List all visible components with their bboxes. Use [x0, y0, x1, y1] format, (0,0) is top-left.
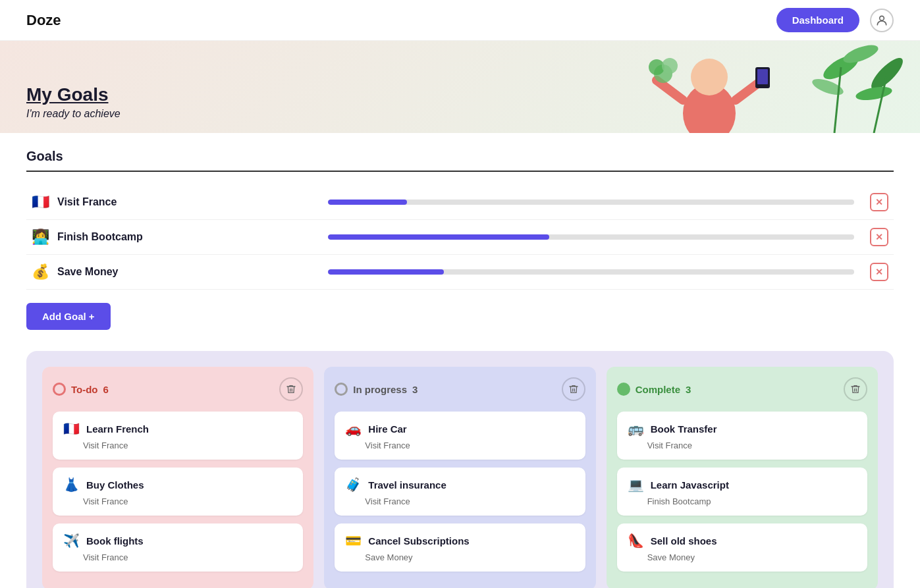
- goals-list: 🇫🇷 Visit France ✕ 👩‍💻 Finish Bootcamp ✕ …: [26, 185, 894, 290]
- task-card[interactable]: 🚌 Book Transfer Visit France: [617, 412, 867, 460]
- goal-name: Finish Bootcamp: [57, 231, 320, 243]
- task-subtitle: Visit France: [365, 496, 574, 506]
- goal-delete-button[interactable]: ✕: [870, 263, 888, 281]
- hero-title: My Goals: [26, 84, 121, 105]
- goal-row: 💰 Save Money ✕: [26, 255, 894, 290]
- app-logo: Doze: [26, 12, 61, 29]
- svg-rect-6: [757, 69, 768, 84]
- hero-svg: [525, 41, 920, 133]
- add-goal-button[interactable]: Add Goal +: [26, 303, 111, 330]
- task-title: Buy Clothes: [86, 479, 144, 491]
- delete-icon: ✕: [870, 193, 888, 211]
- task-card-header: ✈️ Book flights: [63, 533, 292, 548]
- task-icon: 👠: [628, 533, 644, 548]
- task-title: Sell old shoes: [651, 535, 717, 547]
- task-card[interactable]: 🇫🇷 Learn French Visit France: [53, 412, 303, 460]
- col-count: 3: [412, 384, 418, 395]
- main-content: Goals 🇫🇷 Visit France ✕ 👩‍💻 Finish Bootc…: [0, 133, 920, 588]
- task-subtitle: Visit France: [365, 441, 574, 450]
- task-icon: ✈️: [63, 533, 80, 548]
- goals-section: Goals 🇫🇷 Visit France ✕ 👩‍💻 Finish Bootc…: [26, 149, 894, 330]
- task-card[interactable]: 👠 Sell old shoes Save Money: [617, 523, 867, 572]
- task-title: Book flights: [86, 535, 144, 547]
- col-title: To-do: [71, 384, 98, 395]
- goal-row: 👩‍💻 Finish Bootcamp ✕: [26, 220, 894, 255]
- col-trash-button[interactable]: [279, 377, 303, 401]
- col-header: Complete 3: [617, 377, 867, 401]
- hero-illustration: [276, 41, 920, 133]
- task-icon: 👗: [63, 477, 80, 493]
- kanban-columns: To-do 6 🇫🇷 Learn French Visit France 👗: [42, 367, 878, 588]
- navbar: Doze Dashboard: [0, 0, 920, 41]
- goal-progress-bar: [328, 269, 854, 275]
- task-card-header: 💻 Learn Javascript: [628, 477, 857, 493]
- goal-emoji: 🇫🇷: [32, 194, 49, 211]
- status-circle: [617, 383, 630, 396]
- task-card-header: 💳 Cancel Subscriptions: [345, 533, 574, 548]
- col-count: 3: [686, 384, 691, 395]
- task-subtitle: Finish Bootcamp: [647, 496, 857, 506]
- task-title: Learn Javascript: [651, 479, 729, 491]
- col-header-left: To-do 6: [53, 383, 109, 396]
- task-icon: 🧳: [345, 477, 362, 493]
- goal-delete-button[interactable]: ✕: [870, 193, 888, 211]
- goal-progress-bar: [328, 234, 854, 240]
- task-title: Hire Car: [368, 423, 406, 435]
- task-card-header: 🧳 Travel insurance: [345, 477, 574, 493]
- task-card-header: 👗 Buy Clothes: [63, 477, 292, 493]
- goal-row: 🇫🇷 Visit France ✕: [26, 185, 894, 220]
- task-icon: 🚗: [345, 421, 362, 437]
- task-icon: 💳: [345, 533, 362, 548]
- col-trash-button[interactable]: [562, 377, 585, 401]
- task-card[interactable]: 🧳 Travel insurance Visit France: [335, 468, 585, 516]
- task-card-header: 🚌 Book Transfer: [628, 421, 857, 437]
- user-icon: [875, 14, 888, 27]
- kanban-board: To-do 6 🇫🇷 Learn French Visit France 👗: [26, 351, 894, 588]
- kanban-col-complete: Complete 3 🚌 Book Transfer Visit France: [607, 367, 878, 588]
- task-card-header: 🇫🇷 Learn French: [63, 421, 292, 437]
- task-card[interactable]: 👗 Buy Clothes Visit France: [53, 468, 303, 516]
- svg-point-16: [662, 58, 678, 74]
- task-card[interactable]: 💳 Cancel Subscriptions Save Money: [335, 523, 585, 572]
- goal-progress-fill: [328, 200, 407, 205]
- col-header-left: Complete 3: [617, 383, 691, 396]
- hero-banner: My Goals I'm ready to achieve: [0, 41, 920, 133]
- task-card[interactable]: 💻 Learn Javascript Finish Bootcamp: [617, 468, 867, 516]
- task-subtitle: Visit France: [83, 496, 292, 506]
- task-card[interactable]: 🚗 Hire Car Visit France: [335, 412, 585, 460]
- task-title: Cancel Subscriptions: [368, 535, 469, 547]
- dashboard-button[interactable]: Dashboard: [776, 8, 859, 32]
- svg-point-0: [880, 16, 884, 20]
- trash-icon: [850, 384, 861, 394]
- col-count: 6: [103, 384, 109, 395]
- task-card[interactable]: ✈️ Book flights Visit France: [53, 523, 303, 572]
- hero-subtitle: I'm ready to achieve: [26, 108, 121, 120]
- delete-icon: ✕: [870, 228, 888, 246]
- status-circle: [53, 383, 66, 396]
- goals-title: Goals: [26, 149, 894, 172]
- hero-text: My Goals I'm ready to achieve: [26, 84, 121, 120]
- task-subtitle: Visit France: [83, 441, 292, 450]
- trash-icon: [286, 384, 296, 394]
- task-title: Book Transfer: [651, 423, 717, 435]
- goal-emoji: 👩‍💻: [32, 228, 49, 246]
- kanban-col-todo: To-do 6 🇫🇷 Learn French Visit France 👗: [42, 367, 313, 588]
- task-icon: 🇫🇷: [63, 421, 80, 437]
- col-title: In progress: [353, 384, 407, 395]
- task-subtitle: Save Money: [647, 552, 857, 562]
- task-icon: 🚌: [628, 421, 644, 437]
- task-title: Travel insurance: [368, 479, 446, 491]
- col-trash-button[interactable]: [844, 377, 867, 401]
- svg-line-3: [657, 80, 683, 100]
- goal-progress-fill: [328, 269, 444, 275]
- col-title: Complete: [636, 384, 680, 395]
- col-header: In progress 3: [335, 377, 585, 401]
- goal-progress-fill: [328, 234, 549, 240]
- user-avatar[interactable]: [870, 9, 894, 32]
- task-title: Learn French: [86, 423, 149, 435]
- delete-icon: ✕: [870, 263, 888, 281]
- goal-name: Save Money: [57, 266, 320, 278]
- task-subtitle: Save Money: [365, 552, 574, 562]
- goal-delete-button[interactable]: ✕: [870, 228, 888, 246]
- col-header: To-do 6: [53, 377, 303, 401]
